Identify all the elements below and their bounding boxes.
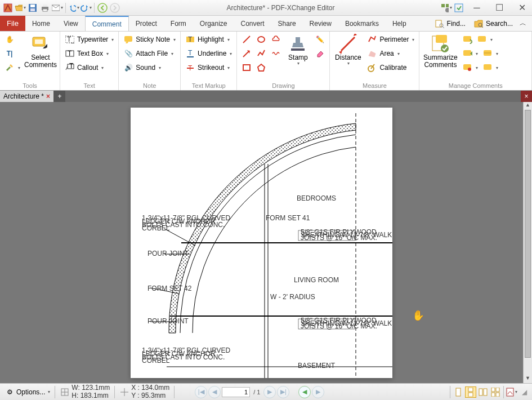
sound-icon: 🔊	[123, 63, 133, 73]
document-viewport[interactable]: BEDROOMS LIVING ROOM BASEMENT W - 2' RAD…	[0, 102, 532, 383]
area-button[interactable]: Area▾	[365, 47, 417, 60]
stamp-button[interactable]: Stamp▾	[284, 33, 311, 68]
tab-organize[interactable]: Organize	[193, 16, 234, 31]
two-page-button[interactable]	[477, 386, 489, 398]
history-back-button[interactable]: ◀	[298, 386, 311, 398]
scroll-up-icon[interactable]: ▲	[524, 102, 532, 110]
select-text-button[interactable]: T|	[2, 47, 23, 60]
sticky-button[interactable]: Sticky Note▾	[121, 33, 178, 46]
two-continuous-button[interactable]	[490, 386, 501, 398]
nav-back-button[interactable]	[97, 2, 108, 14]
comment-icon	[477, 34, 487, 45]
ui-options-icon[interactable]: ▾	[441, 2, 452, 14]
page-input[interactable]	[222, 387, 250, 397]
single-page-button[interactable]	[453, 386, 464, 398]
underline-button[interactable]: TUnderline▾	[183, 47, 234, 60]
continuous-button[interactable]	[465, 386, 476, 398]
tab-protect[interactable]: Protect	[129, 16, 164, 31]
comment-styles-button[interactable]: ▾	[460, 61, 480, 74]
polyline-button[interactable]	[254, 47, 269, 60]
prev-page-button[interactable]: ◀	[208, 386, 221, 398]
group-note-label: Note	[121, 82, 178, 90]
summarize-button[interactable]: Summarize Comments	[422, 33, 459, 70]
flatten-button[interactable]: ▾	[480, 47, 500, 60]
rect-button[interactable]	[239, 61, 254, 74]
doctab-architecture[interactable]: Architecture * ×	[0, 91, 54, 102]
calibrate-button[interactable]: Calibrate	[365, 61, 417, 74]
tab-convert[interactable]: Convert	[234, 16, 271, 31]
next-page-button[interactable]: ▶	[263, 386, 276, 398]
tab-help[interactable]: Help	[386, 16, 413, 31]
line-button[interactable]	[239, 33, 254, 46]
tab-comment[interactable]: Comment	[85, 16, 129, 31]
scroll-down-icon[interactable]: ▼	[524, 375, 532, 383]
undo-button[interactable]: ▾	[68, 2, 79, 14]
tab-bookmarks[interactable]: Bookmarks	[338, 16, 386, 31]
options-button[interactable]: ⚙Options...▾	[2, 386, 52, 398]
page-total: / 1	[251, 389, 262, 395]
scroll-thumb[interactable]	[525, 110, 531, 358]
misc-tool-button[interactable]: ▾	[2, 61, 23, 74]
strikeout-button[interactable]: TStrikeout▾	[183, 61, 234, 74]
tab-view[interactable]: View	[57, 16, 85, 31]
select-comments-button[interactable]: Select Comments	[24, 33, 57, 70]
callout-button[interactable]: TCallout▾	[62, 61, 116, 74]
nav-fwd-button[interactable]	[109, 2, 120, 14]
highlight-icon: T	[185, 34, 195, 45]
redo-button[interactable]: ▾	[81, 2, 92, 14]
polycloud-button[interactable]	[269, 47, 283, 60]
file-tab[interactable]: File	[0, 16, 25, 31]
svg-text:T: T	[68, 50, 72, 57]
doctab-close-icon[interactable]: ×	[46, 92, 50, 100]
svg-rect-96	[496, 388, 499, 392]
sound-button[interactable]: 🔊Sound▾	[121, 61, 178, 74]
export-comments-button[interactable]: ▾	[460, 47, 480, 60]
hand-tool-button[interactable]: ✋	[2, 33, 23, 46]
svg-text:POUR JOINT: POUR JOINT	[147, 250, 189, 257]
svg-rect-10	[441, 4, 445, 7]
find-button[interactable]: Find...	[431, 17, 469, 30]
area-label: Area	[379, 50, 394, 57]
pencil-button[interactable]: ✏️	[312, 33, 327, 46]
collapse-ribbon-icon[interactable]: ︿	[517, 18, 529, 29]
tab-home[interactable]: Home	[25, 16, 57, 31]
distance-button[interactable]: Distance▾	[332, 33, 364, 68]
minimize-button[interactable]: ─	[469, 2, 485, 14]
polygon-button[interactable]	[254, 61, 269, 74]
group-drawing-label: Drawing	[239, 82, 327, 90]
attach-button[interactable]: 📎Attach File▾	[121, 47, 178, 60]
show-comments-button[interactable]: ▾	[475, 33, 495, 46]
last-page-button[interactable]: ▶|	[277, 386, 289, 398]
tab-share[interactable]: Share	[271, 16, 303, 31]
oval-button[interactable]	[254, 33, 269, 46]
save-button[interactable]	[27, 2, 38, 14]
resize-handle-icon[interactable]: ◢	[518, 386, 530, 398]
textbox-button[interactable]: TText Box▾	[62, 47, 116, 60]
svg-rect-47	[463, 50, 471, 56]
import-comments-button[interactable]	[460, 33, 475, 46]
svg-text:JOISTS @ 16" O/C MAX.: JOISTS @ 16" O/C MAX.	[301, 234, 377, 242]
cloud-button[interactable]	[269, 33, 283, 46]
arrow-button[interactable]	[239, 47, 254, 60]
highlight-button[interactable]: THighlight▾	[183, 33, 234, 46]
close-button[interactable]: ✕	[514, 2, 530, 14]
email-button[interactable]: ▾	[52, 2, 63, 14]
eraser-button[interactable]	[312, 47, 327, 60]
doctab-add-button[interactable]: +	[54, 91, 65, 102]
app-icon[interactable]	[2, 2, 14, 14]
perimeter-button[interactable]: Perimeter▾	[365, 33, 417, 46]
tab-form[interactable]: Form	[164, 16, 193, 31]
vertical-scrollbar[interactable]: ▲ ▼	[523, 102, 532, 383]
open-button[interactable]: ▾	[15, 2, 26, 14]
typewriter-button[interactable]: T_Typewriter▾	[62, 33, 116, 46]
print-button[interactable]	[39, 2, 51, 14]
maximize-button[interactable]: ☐	[491, 2, 507, 14]
pdf-format-button[interactable]: ▾	[506, 386, 517, 398]
launch-icon[interactable]	[453, 2, 464, 14]
history-fwd-button[interactable]: ▶	[312, 386, 324, 398]
tab-review[interactable]: Review	[303, 16, 338, 31]
first-page-button[interactable]: |◀	[195, 386, 207, 398]
doctabs-close-button[interactable]: ×	[521, 91, 532, 102]
search-button[interactable]: Search...	[470, 17, 516, 30]
comment-options-button[interactable]: ▾	[480, 61, 500, 74]
